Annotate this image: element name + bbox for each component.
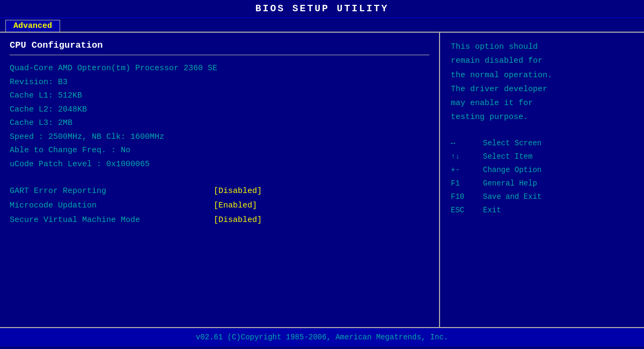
option-label-2: Secure Virtual Machine Mode bbox=[10, 213, 214, 227]
key-symbol-3: F1 bbox=[451, 177, 478, 190]
key-row-0: ↔ Select Screen bbox=[451, 137, 634, 150]
option-value-0: [Disabled] bbox=[214, 184, 262, 198]
tab-bar: Advanced bbox=[0, 18, 644, 33]
title-bar: BIOS SETUP UTILITY bbox=[0, 0, 644, 18]
key-symbol-5: ESC bbox=[451, 204, 478, 217]
option-row-1[interactable]: Microcode Updation [Enabled] bbox=[10, 198, 429, 213]
cpu-info-line-5: Speed : 2500MHz, NB Clk: 1600MHz bbox=[10, 130, 429, 144]
help-text: This option should remain disabled for t… bbox=[451, 40, 634, 125]
footer: v02.61 (C)Copyright 1985-2006, American … bbox=[0, 327, 644, 346]
section-title: CPU Configuration bbox=[10, 40, 429, 50]
key-symbol-4: F10 bbox=[451, 190, 478, 204]
key-symbol-0: ↔ bbox=[451, 137, 478, 150]
key-row-4: F10 Save and Exit bbox=[451, 190, 634, 204]
cpu-info-line-1: Revision: B3 bbox=[10, 76, 429, 90]
key-row-1: ↑↓ Select Item bbox=[451, 150, 634, 164]
option-row-2[interactable]: Secure Virtual Machine Mode [Disabled] bbox=[10, 213, 429, 227]
key-desc-3: General Help bbox=[483, 177, 537, 190]
key-row-5: ESC Exit bbox=[451, 204, 634, 217]
bios-title: BIOS SETUP UTILITY bbox=[255, 3, 389, 14]
key-row-2: +- Change Option bbox=[451, 164, 634, 177]
cpu-info-line-3: Cache L2: 2048KB bbox=[10, 103, 429, 117]
cpu-info-block: Quad-Core AMD Opteron(tm) Processor 2360… bbox=[10, 62, 429, 171]
help-line-6: testing purpose. bbox=[451, 110, 634, 124]
key-desc-0: Select Screen bbox=[483, 137, 541, 150]
cpu-info-line-2: Cache L1: 512KB bbox=[10, 89, 429, 103]
option-row-0[interactable]: GART Error Reporting [Disabled] bbox=[10, 184, 429, 198]
options-block: GART Error Reporting [Disabled] Microcod… bbox=[10, 184, 429, 227]
key-symbol-2: +- bbox=[451, 164, 478, 177]
key-desc-1: Select Item bbox=[483, 150, 532, 164]
cpu-info-line-6: Able to Change Freq. : No bbox=[10, 144, 429, 158]
cpu-info-line-4: Cache L3: 2MB bbox=[10, 116, 429, 130]
left-panel: CPU Configuration Quad-Core AMD Opteron(… bbox=[0, 33, 440, 327]
key-help-block: ↔ Select Screen ↑↓ Select Item +- Change… bbox=[451, 137, 634, 218]
help-line-2: remain disabled for bbox=[451, 54, 634, 68]
help-line-4: The driver developer bbox=[451, 83, 634, 96]
option-label-0: GART Error Reporting bbox=[10, 184, 214, 198]
key-desc-5: Exit bbox=[483, 204, 501, 217]
key-row-3: F1 General Help bbox=[451, 177, 634, 190]
divider bbox=[10, 55, 429, 55]
key-symbol-1: ↑↓ bbox=[451, 150, 478, 164]
right-panel: This option should remain disabled for t… bbox=[440, 33, 644, 327]
main-content: CPU Configuration Quad-Core AMD Opteron(… bbox=[0, 33, 644, 327]
help-line-5: may enable it for bbox=[451, 96, 634, 110]
help-line-3: the normal operation. bbox=[451, 69, 634, 83]
help-line-1: This option should bbox=[451, 40, 634, 54]
option-value-2: [Disabled] bbox=[214, 213, 262, 227]
tab-advanced[interactable]: Advanced bbox=[5, 20, 60, 32]
cpu-info-line-0: Quad-Core AMD Opteron(tm) Processor 2360… bbox=[10, 62, 429, 76]
key-desc-2: Change Option bbox=[483, 164, 541, 177]
option-label-1: Microcode Updation bbox=[10, 198, 214, 213]
option-value-1: [Enabled] bbox=[214, 198, 257, 213]
footer-text: v02.61 (C)Copyright 1985-2006, American … bbox=[196, 333, 448, 341]
key-desc-4: Save and Exit bbox=[483, 190, 541, 204]
cpu-info-line-7: uCode Patch Level : 0x1000065 bbox=[10, 158, 429, 172]
